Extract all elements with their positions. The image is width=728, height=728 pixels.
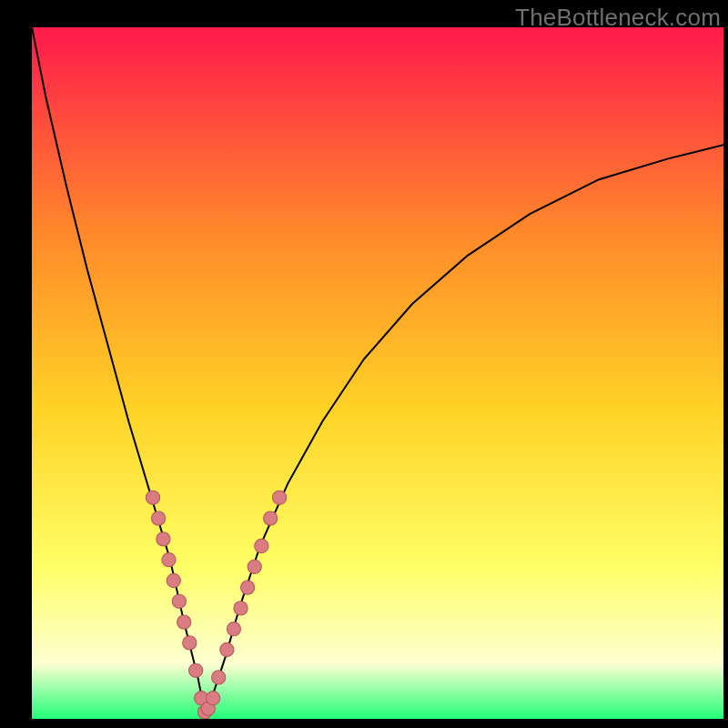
bead-marker: [248, 560, 261, 573]
bead-marker: [220, 642, 234, 656]
gradient-bg: [32, 27, 723, 719]
bead-marker: [172, 594, 186, 608]
bead-marker: [151, 511, 165, 525]
bead-marker: [212, 671, 226, 684]
watermark-text: TheBottleneck.com: [515, 4, 721, 32]
chart-svg: [32, 27, 723, 719]
bead-marker: [234, 602, 248, 615]
bead-marker: [167, 573, 180, 587]
bead-marker: [162, 553, 176, 567]
plot-area: [32, 27, 723, 719]
bead-marker: [255, 539, 268, 552]
bead-marker: [227, 622, 240, 636]
bead-marker: [157, 532, 170, 546]
bead-marker: [146, 490, 159, 504]
bead-marker: [264, 511, 278, 525]
bead-marker: [183, 636, 197, 650]
bead-marker: [241, 581, 255, 594]
bead-marker: [207, 692, 220, 705]
bead-marker: [189, 663, 203, 677]
chart-frame: TheBottleneck.com: [0, 0, 728, 728]
bead-marker: [272, 490, 286, 504]
bead-marker: [177, 615, 191, 629]
